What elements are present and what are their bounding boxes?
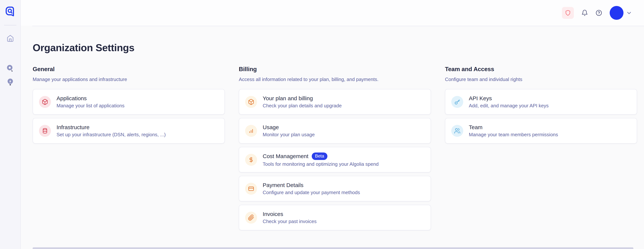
beta-badge: Beta (312, 152, 327, 160)
card-team[interactable]: Team Manage your team members permission… (445, 118, 637, 144)
card-subtitle: Monitor your plan usage (263, 132, 315, 138)
card-title: Usage (263, 124, 279, 130)
dollar-icon (245, 154, 257, 166)
card-applications[interactable]: Applications Manage your list of applica… (33, 89, 225, 115)
account-menu[interactable] (610, 6, 632, 20)
card-usage[interactable]: Usage Monitor your plan usage (239, 118, 431, 144)
card-subtitle: Check your plan details and upgrade (263, 103, 342, 109)
avatar (610, 6, 624, 20)
shield-icon (565, 10, 571, 16)
help-circle-icon (596, 10, 602, 16)
card-subtitle: Tools for monitoring and optimizing your… (263, 161, 378, 167)
card-title: Cost Management (263, 153, 308, 159)
package-icon (39, 96, 51, 108)
algolia-logo-icon[interactable] (5, 6, 16, 17)
section-general: General Manage your applications and inf… (33, 66, 225, 144)
notifications-button[interactable] (581, 10, 588, 16)
card-subtitle: Manage your team members permissions (469, 132, 558, 138)
card-subtitle: Set up your infrastructure (DSN, alerts,… (56, 132, 166, 138)
card-subtitle: Manage your list of applications (56, 103, 124, 109)
lightbulb-bolt-icon (6, 78, 14, 86)
sidebar-divider (4, 25, 16, 25)
section-title: General (33, 66, 225, 73)
settings-columns: General Manage your applications and inf… (33, 66, 637, 230)
home-icon (6, 35, 14, 42)
card-infrastructure[interactable]: Infrastructure Set up your infrastructur… (33, 118, 225, 144)
section-subtitle: Access all information related to your p… (239, 77, 431, 82)
database-icon (39, 125, 51, 137)
section-team-and-access: Team and Access Configure team and indiv… (445, 66, 637, 144)
section-billing: Billing Access all information related t… (239, 66, 431, 230)
bell-icon (581, 10, 588, 16)
card-title: API Keys (469, 95, 492, 102)
help-button[interactable] (596, 10, 602, 16)
card-your-plan-and-billing[interactable]: Your plan and billing Check your plan de… (239, 89, 431, 115)
paperclip-icon (245, 212, 257, 224)
page-title: Organization Settings (33, 42, 637, 53)
below-fold-element-edge (33, 247, 633, 249)
card-subtitle: Add, edit, and manage your API keys (469, 103, 549, 109)
security-shield-button[interactable] (562, 7, 574, 19)
card-payment-details[interactable]: Payment Details Configure and update you… (239, 176, 431, 201)
main-content: Organization Settings General Manage you… (21, 26, 644, 249)
sidebar-item-home[interactable] (6, 34, 14, 43)
search-icon (6, 64, 14, 73)
card-title: Infrastructure (56, 124, 90, 130)
card-title: Invoices (263, 211, 283, 217)
bar-chart-icon (245, 125, 257, 137)
card-subtitle: Check your past invoices (263, 218, 316, 224)
card-api-keys[interactable]: API Keys Add, edit, and manage your API … (445, 89, 637, 115)
key-icon (451, 96, 463, 108)
section-subtitle: Manage your applications and infrastruct… (33, 77, 225, 82)
credit-card-icon (245, 183, 257, 195)
section-subtitle: Configure team and individual rights (445, 77, 637, 82)
section-title: Team and Access (445, 66, 637, 73)
card-title: Team (469, 124, 482, 130)
sidebar-item-search[interactable] (6, 64, 14, 73)
section-title: Billing (239, 66, 431, 73)
card-title: Applications (56, 95, 87, 102)
chevron-down-icon (626, 10, 632, 16)
card-invoices[interactable]: Invoices Check your past invoices (239, 205, 431, 230)
top-bar (21, 0, 644, 26)
sidebar-item-recommend[interactable] (6, 78, 14, 86)
sidebar (0, 0, 21, 249)
package-icon (245, 96, 257, 108)
card-subtitle: Configure and update your payment method… (263, 190, 360, 195)
card-cost-management[interactable]: Cost Management Beta Tools for monitorin… (239, 147, 431, 172)
card-title: Payment Details (263, 182, 303, 188)
users-icon (451, 125, 463, 137)
card-title: Your plan and billing (263, 95, 313, 102)
